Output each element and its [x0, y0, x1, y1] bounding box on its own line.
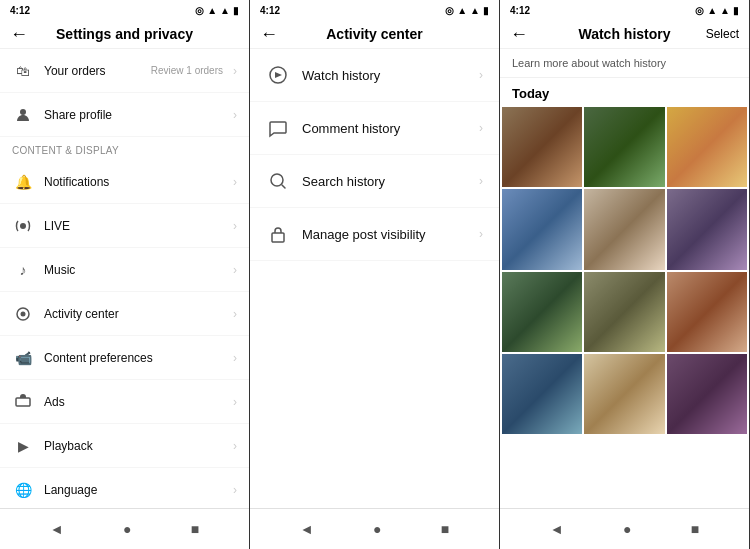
- settings-item-language[interactable]: 🌐 Language ›: [0, 468, 249, 508]
- watch-history-info: Learn more about watch history: [500, 49, 749, 78]
- manage-visibility-chevron: ›: [479, 227, 483, 241]
- share-profile-icon: [12, 104, 34, 126]
- home-nav-1[interactable]: ●: [115, 517, 139, 541]
- video-thumb-1[interactable]: [502, 107, 582, 187]
- settings-item-live[interactable]: LIVE ›: [0, 204, 249, 248]
- battery-icon-2: ▮: [483, 5, 489, 16]
- search-history-item[interactable]: Search history ›: [250, 155, 499, 208]
- watch-history-chevron: ›: [479, 68, 483, 82]
- watch-history-screen: 4:12 ◎ ▲ ▲ ▮ ← Watch history Select Lear…: [500, 0, 750, 549]
- music-label: Music: [44, 263, 233, 277]
- share-profile-chevron: ›: [233, 108, 237, 122]
- video-thumb-5[interactable]: [584, 189, 664, 269]
- search-history-label: Search history: [302, 174, 479, 189]
- svg-rect-4: [16, 398, 30, 406]
- status-icons-2: ◎ ▲ ▲ ▮: [445, 5, 489, 16]
- video-thumb-3[interactable]: [667, 107, 747, 187]
- playback-icon: ▶: [12, 435, 34, 457]
- select-button[interactable]: Select: [706, 27, 739, 41]
- activity-center-screen: 4:12 ◎ ▲ ▲ ▮ ← Activity center Watch his…: [250, 0, 500, 549]
- activity-center-chevron: ›: [233, 307, 237, 321]
- live-icon: [12, 215, 34, 237]
- video-thumb-6[interactable]: [667, 189, 747, 269]
- live-chevron: ›: [233, 219, 237, 233]
- time-2: 4:12: [260, 5, 280, 16]
- settings-item-playback[interactable]: ▶ Playback ›: [0, 424, 249, 468]
- watch-history-icon: [266, 63, 290, 87]
- ads-icon: [12, 391, 34, 413]
- svg-point-6: [271, 174, 283, 186]
- watch-history-content: Learn more about watch history Today: [500, 49, 749, 508]
- settings-screen: 4:12 ◎ ▲ ▲ ▮ ← Settings and privacy 🛍 Yo…: [0, 0, 250, 549]
- recents-nav-2[interactable]: ■: [433, 517, 457, 541]
- settings-item-activity-center[interactable]: Activity center ›: [0, 292, 249, 336]
- notifications-chevron: ›: [233, 175, 237, 189]
- eye-icon-3: ◎: [695, 5, 704, 16]
- svg-point-3: [21, 311, 26, 316]
- settings-item-music[interactable]: ♪ Music ›: [0, 248, 249, 292]
- manage-visibility-icon: [266, 222, 290, 246]
- back-nav-2[interactable]: ◄: [292, 517, 322, 541]
- ads-label: Ads: [44, 395, 233, 409]
- activity-center-icon: [12, 303, 34, 325]
- video-thumb-2[interactable]: [584, 107, 664, 187]
- recents-nav-1[interactable]: ■: [183, 517, 207, 541]
- home-nav-3[interactable]: ●: [615, 517, 639, 541]
- watch-history-item[interactable]: Watch history ›: [250, 49, 499, 102]
- settings-item-share-profile[interactable]: Share profile ›: [0, 93, 249, 137]
- settings-content: 🛍 Your orders Review 1 orders › Share pr…: [0, 49, 249, 508]
- settings-header: ← Settings and privacy: [0, 20, 249, 49]
- settings-item-content-prefs[interactable]: 📹 Content preferences ›: [0, 336, 249, 380]
- comment-history-label: Comment history: [302, 121, 479, 136]
- status-icons-3: ◎ ▲ ▲ ▮: [695, 5, 739, 16]
- back-button-settings[interactable]: ←: [10, 24, 28, 45]
- recents-nav-3[interactable]: ■: [683, 517, 707, 541]
- bottom-nav-3: ◄ ● ■: [500, 508, 749, 549]
- video-thumb-11[interactable]: [584, 354, 664, 434]
- status-bar-2: 4:12 ◎ ▲ ▲ ▮: [250, 0, 499, 20]
- comment-history-item[interactable]: Comment history ›: [250, 102, 499, 155]
- battery-icon-3: ▮: [733, 5, 739, 16]
- manage-visibility-label: Manage post visibility: [302, 227, 479, 242]
- video-thumb-7[interactable]: [502, 272, 582, 352]
- signal-icon-2: ▲: [457, 5, 467, 16]
- svg-rect-7: [272, 233, 284, 242]
- playback-label: Playback: [44, 439, 233, 453]
- language-icon: 🌐: [12, 479, 34, 501]
- settings-item-orders[interactable]: 🛍 Your orders Review 1 orders ›: [0, 49, 249, 93]
- svg-point-1: [20, 223, 26, 229]
- manage-visibility-item[interactable]: Manage post visibility ›: [250, 208, 499, 261]
- wifi-icon: ▲: [220, 5, 230, 16]
- bottom-nav-1: ◄ ● ■: [0, 508, 249, 549]
- content-prefs-icon: 📹: [12, 347, 34, 369]
- content-display-label: Content & Display: [0, 137, 249, 160]
- settings-item-ads[interactable]: Ads ›: [0, 380, 249, 424]
- notifications-label: Notifications: [44, 175, 233, 189]
- video-thumb-4[interactable]: [502, 189, 582, 269]
- home-nav-2[interactable]: ●: [365, 517, 389, 541]
- back-button-watch-history[interactable]: ←: [510, 24, 528, 45]
- video-thumb-12[interactable]: [667, 354, 747, 434]
- status-icons-1: ◎ ▲ ▲ ▮: [195, 5, 239, 16]
- back-nav-3[interactable]: ◄: [542, 517, 572, 541]
- settings-item-notifications[interactable]: 🔔 Notifications ›: [0, 160, 249, 204]
- status-bar-3: 4:12 ◎ ▲ ▲ ▮: [500, 0, 749, 20]
- video-grid: [500, 105, 749, 436]
- playback-chevron: ›: [233, 439, 237, 453]
- music-chevron: ›: [233, 263, 237, 277]
- back-nav-1[interactable]: ◄: [42, 517, 72, 541]
- activity-center-header: ← Activity center: [250, 20, 499, 49]
- activity-center-title: Activity center: [326, 26, 422, 42]
- orders-label: Your orders: [44, 64, 151, 78]
- video-thumb-8[interactable]: [584, 272, 664, 352]
- time-3: 4:12: [510, 5, 530, 16]
- back-button-activity[interactable]: ←: [260, 24, 278, 45]
- time-1: 4:12: [10, 5, 30, 16]
- video-thumb-10[interactable]: [502, 354, 582, 434]
- content-prefs-chevron: ›: [233, 351, 237, 365]
- video-thumb-9[interactable]: [667, 272, 747, 352]
- comment-history-icon: [266, 116, 290, 140]
- wifi-icon-2: ▲: [470, 5, 480, 16]
- watch-history-label: Watch history: [302, 68, 479, 83]
- wifi-icon-3: ▲: [720, 5, 730, 16]
